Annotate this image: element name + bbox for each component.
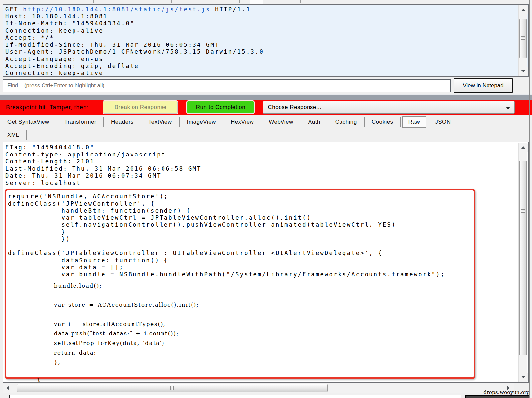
view-in-notepad-button[interactable]: View in Notepad — [454, 78, 513, 93]
pane-splitter[interactable] — [0, 94, 532, 100]
find-input[interactable] — [3, 79, 451, 92]
response-code-clipped-line: }, — [37, 378, 46, 383]
scroll-thumb[interactable] — [519, 161, 527, 355]
chevron-down-icon — [506, 107, 510, 109]
tabstrip-separator — [93, 0, 94, 3]
tab-hexview[interactable]: HexView — [223, 117, 261, 127]
grip-icon — [521, 209, 525, 213]
arrow-up-icon — [521, 146, 526, 149]
request-url-link[interactable]: http://10.180.144.1:8081/static/js/test.… — [23, 6, 210, 13]
request-scrollbar[interactable] — [518, 5, 527, 76]
arrow-down-icon — [521, 70, 526, 72]
tab-json[interactable]: JSON — [428, 117, 458, 127]
window-right-edge — [529, 0, 530, 398]
tab-textview[interactable]: TextView — [141, 117, 179, 127]
arrow-left-icon — [7, 386, 9, 390]
scroll-down-button[interactable] — [519, 373, 528, 381]
tabstrip-separator — [114, 0, 114, 3]
choose-response-dropdown[interactable]: Choose Response... — [263, 101, 515, 114]
tab-webview[interactable]: WebView — [261, 117, 301, 127]
inspector-tabs-row1: Get SyntaxView Transformer Headers TextV… — [0, 115, 532, 128]
request-raw-pane[interactable]: GET http://10.180.144.1:8081/static/js/t… — [3, 4, 529, 77]
tab-raw-selected[interactable]: Raw — [402, 116, 427, 128]
top-tabstrip-partial — [0, 0, 532, 4]
tabstrip-separator — [341, 0, 341, 3]
arrow-down-icon — [521, 376, 526, 378]
scroll-down-button[interactable] — [519, 67, 528, 75]
choose-response-label: Choose Response... — [268, 104, 321, 111]
tab-get-syntaxview[interactable]: Get SyntaxView — [0, 117, 57, 127]
fiddler-window: GET http://10.180.144.1:8081/static/js/t… — [0, 0, 532, 398]
tab-xml[interactable]: XML — [0, 130, 26, 140]
tab-imageview[interactable]: ImageView — [180, 117, 223, 127]
grip-icon — [170, 386, 175, 390]
arrow-up-icon — [521, 9, 526, 11]
inspector-tabs-row2: XML — [0, 128, 532, 142]
tabstrip-separator — [144, 0, 144, 3]
breakpoint-label: Breakpoint hit. Tamper, then: — [6, 104, 89, 111]
scroll-thumb[interactable] — [17, 384, 328, 392]
tabstrip-separator — [362, 0, 362, 3]
request-headers-text: Host: 10.180.144.1:8081 If-None-Match: "… — [5, 13, 264, 77]
request-protocol: HTTP/1.1 — [211, 6, 251, 13]
tabstrip-separator — [192, 0, 192, 3]
scroll-thumb[interactable] — [519, 19, 527, 58]
tabstrip-separator — [171, 0, 172, 3]
break-on-response-button[interactable]: Break on Response — [103, 101, 178, 114]
request-method: GET — [5, 6, 23, 13]
request-line: GET http://10.180.144.1:8081/static/js/t… — [5, 6, 264, 13]
tabstrip-separator — [36, 0, 36, 3]
tab-cookies[interactable]: Cookies — [365, 117, 400, 127]
breakpoint-bar: Breakpoint hit. Tamper, then: Break on R… — [0, 100, 532, 115]
red-highlight-annotation: require('NSBundle, ACAccountStore'); def… — [5, 189, 475, 379]
tabstrip-separator — [300, 0, 301, 3]
response-code-block-1: require('NSBundle, ACAccountStore'); def… — [8, 193, 445, 278]
response-code-block-2: bundle.load(); var store = ACAccountStor… — [54, 281, 199, 367]
tabstrip-separator — [321, 0, 321, 3]
tabstrip-separator — [219, 0, 219, 3]
scroll-left-button[interactable] — [4, 384, 12, 392]
response-headers-text: ETag: "1459404418.0" Content-type: appli… — [5, 144, 202, 186]
top-selected-tab-fragment[interactable] — [250, 0, 263, 4]
tabstrip-separator — [63, 0, 63, 3]
scroll-up-button[interactable] — [519, 144, 528, 152]
tabstrip-separator — [239, 0, 240, 3]
scroll-up-button[interactable] — [519, 6, 528, 14]
run-to-completion-button[interactable]: Run to Completion — [187, 101, 254, 114]
response-hscrollbar[interactable] — [3, 383, 514, 393]
tab-auth[interactable]: Auth — [301, 117, 328, 127]
bottom-input-partial[interactable] — [9, 395, 461, 398]
tabstrip-separator — [382, 0, 382, 3]
tab-caching[interactable]: Caching — [328, 117, 364, 127]
grip-icon — [521, 36, 525, 41]
response-raw-pane[interactable]: ETag: "1459404418.0" Content-type: appli… — [3, 142, 529, 383]
bottom-button-partial[interactable] — [465, 395, 530, 398]
tab-transformer[interactable]: Transformer — [57, 117, 103, 127]
response-scrollbar[interactable] — [518, 143, 527, 382]
tab-headers[interactable]: Headers — [104, 117, 141, 127]
